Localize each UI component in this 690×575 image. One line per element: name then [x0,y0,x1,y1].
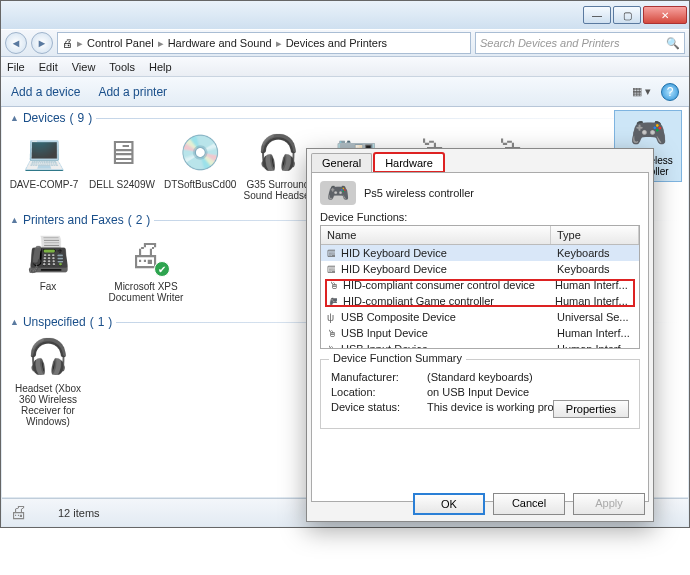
help-button[interactable]: ? [661,83,679,101]
table-row[interactable]: 🖱USB Input DeviceHuman Interf... [321,325,639,341]
table-row[interactable]: 🖱USB Input DeviceHuman Interf... [321,341,639,349]
command-bar: Add a device Add a printer ▦ ▾ ? [1,77,689,107]
close-button[interactable]: ✕ [643,6,687,24]
collapse-icon: ▲ [10,215,19,225]
device-functions-table: Name Type ⌨HID Keyboard DeviceKeyboards … [320,225,640,349]
column-type[interactable]: Type [551,226,639,244]
location-value: on USB Input Device [427,386,529,398]
cancel-button[interactable]: Cancel [493,493,565,515]
add-device-button[interactable]: Add a device [11,85,80,99]
properties-dialog: General Hardware 🎮 Ps5 wireless controll… [306,148,654,522]
usb-icon: ψ [321,311,335,324]
disc-icon: 💿 [170,131,230,175]
apply-button[interactable]: Apply [573,493,645,515]
breadcrumb-item[interactable]: Hardware and Sound [168,37,272,49]
menu-file[interactable]: File [7,61,25,73]
printer-icon: 🖨 [116,233,176,277]
headset-icon: 🎧 [18,335,78,379]
manufacturer-label: Manufacturer: [331,371,421,383]
summary-legend: Device Function Summary [329,352,466,364]
table-row[interactable]: ψUSB Composite DeviceUniversal Se... [321,309,639,325]
breadcrumb[interactable]: 🖨 ▸ Control Panel ▸ Hardware and Sound ▸… [57,32,471,54]
fax-icon: 📠 [18,233,78,277]
monitor-icon: 🖥 [92,131,152,175]
computer-icon: 💻 [14,131,74,175]
menu-view[interactable]: View [72,61,96,73]
dialog-buttons: OK Cancel Apply [413,493,645,515]
breadcrumb-item[interactable]: Devices and Printers [286,37,388,49]
table-row[interactable]: ⌨HID Keyboard DeviceKeyboards [321,261,639,277]
menu-edit[interactable]: Edit [39,61,58,73]
keyboard-icon: ⌨ [321,247,335,260]
tab-hardware[interactable]: Hardware [374,153,444,172]
group-title: Devices [23,111,66,125]
nav-forward-button[interactable]: ► [31,32,53,54]
tab-general[interactable]: General [311,153,372,172]
group-count: 9 [78,111,85,125]
group-count: 1 [98,315,105,329]
tab-strip: General Hardware [307,149,653,172]
ok-button[interactable]: OK [413,493,485,515]
table-row[interactable]: 🎮HID-compliant Game controllerHuman Inte… [323,293,637,309]
menu-tools[interactable]: Tools [109,61,135,73]
device-item[interactable]: 🖥DELL S2409W [86,131,158,201]
table-row[interactable]: ⌨HID Keyboard DeviceKeyboards [321,245,639,261]
collapse-icon: ▲ [10,113,19,123]
device-item[interactable]: 🎧G35 Surround Sound Headset [242,131,314,201]
maximize-button[interactable]: ▢ [613,6,641,24]
properties-button[interactable]: Properties [553,400,629,418]
device-item[interactable]: 💻DAVE-COMP-7 [8,131,80,201]
collapse-icon: ▲ [10,317,19,327]
breadcrumb-item[interactable]: Control Panel [87,37,154,49]
device-item[interactable]: 💿DTSoftBusCd00 [164,131,236,201]
printer-item[interactable]: 🖨Microsoft XPS Document Writer [106,233,186,303]
manufacturer-value: (Standard keyboards) [427,371,533,383]
minimize-button[interactable]: — [583,6,611,24]
search-input[interactable]: Search Devices and Printers 🔍 [475,32,685,54]
device-function-summary: Device Function Summary Manufacturer:(St… [320,359,640,429]
functions-label: Device Functions: [320,211,640,223]
search-icon: 🔍 [666,37,680,50]
group-count: 2 [136,213,143,227]
status-text: 12 items [58,507,100,519]
headset-icon: 🎧 [248,131,308,175]
properties-body: 🎮 Ps5 wireless controller Device Functio… [311,172,649,502]
menu-bar: File Edit View Tools Help [1,57,689,77]
group-title: Unspecified [23,315,86,329]
printer-icon: 🖨 [10,502,50,524]
controller-icon: 🎮 [320,181,356,205]
view-options-button[interactable]: ▦ ▾ [632,85,651,98]
nav-back-button[interactable]: ◄ [5,32,27,54]
menu-help[interactable]: Help [149,61,172,73]
hid-icon: 🖱 [321,327,335,340]
printer-item[interactable]: 📠Fax [8,233,88,303]
search-placeholder: Search Devices and Printers [480,37,619,49]
keyboard-icon: ⌨ [321,263,335,276]
game-icon: 🎮 [323,295,337,308]
titlebar: — ▢ ✕ [1,1,689,29]
table-row[interactable]: 🖱HID-compliant consumer control deviceHu… [323,277,637,293]
status-label: Device status: [331,401,421,413]
device-title: Ps5 wireless controller [364,187,474,199]
add-printer-button[interactable]: Add a printer [98,85,167,99]
address-bar: ◄ ► 🖨 ▸ Control Panel ▸ Hardware and Sou… [1,29,689,57]
column-name[interactable]: Name [321,226,551,244]
group-title: Printers and Faxes [23,213,124,227]
hid-icon: 🖱 [321,343,335,350]
group-devices-header[interactable]: ▲ Devices (9) [2,107,688,127]
hid-icon: 🖱 [323,279,337,292]
location-label: Location: [331,386,421,398]
device-item[interactable]: 🎧Headset (Xbox 360 Wireless Receiver for… [8,335,88,427]
breadcrumb-icon: 🖨 [62,37,73,49]
